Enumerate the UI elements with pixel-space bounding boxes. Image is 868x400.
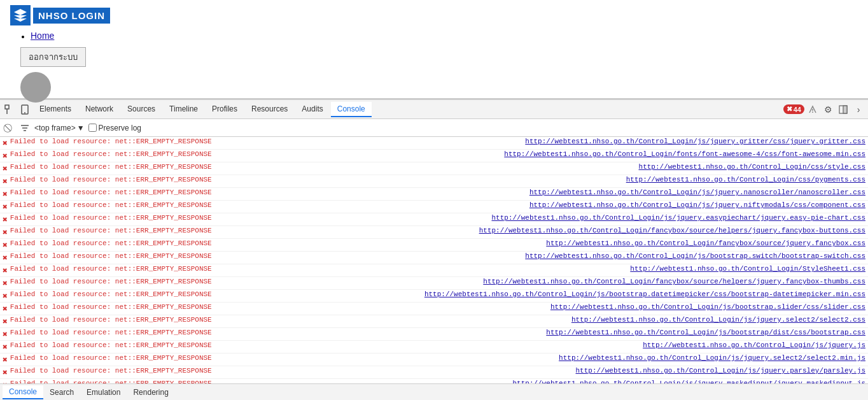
console-message: Failed to load resource: net::ERR_EMPTY_… xyxy=(10,201,524,209)
console-row: ✖Failed to load resource: net::ERR_EMPTY… xyxy=(0,290,868,303)
console-filter-bar: ⃠ <top frame> ▼ Preserve log xyxy=(0,119,868,137)
mobile-icon[interactable] xyxy=(18,103,32,117)
console-url[interactable]: http://webtest1.nhso.go.th/Control_Login… xyxy=(576,367,865,375)
console-url[interactable]: http://webtest1.nhso.go.th/Control_Login… xyxy=(483,278,865,285)
console-message: Failed to load resource: net::ERR_EMPTY_… xyxy=(10,329,541,336)
error-badge: ✖ 44 xyxy=(783,104,804,114)
console-message: Failed to load resource: net::ERR_EMPTY_… xyxy=(10,138,520,145)
console-url[interactable]: http://webtest1.nhso.go.th/Control_Login… xyxy=(643,341,865,349)
console-row: ✖Failed to load resource: net::ERR_EMPTY… xyxy=(0,175,868,188)
console-url[interactable]: http://webtest1.nhso.go.th/Control_Login… xyxy=(492,214,866,222)
bottom-tab-rendering[interactable]: Rendering xyxy=(127,386,174,399)
console-message: Failed to load resource: net::ERR_EMPTY_… xyxy=(10,189,524,196)
console-message: Failed to load resource: net::ERR_EMPTY_… xyxy=(10,341,638,349)
filter-icon[interactable] xyxy=(19,122,31,134)
error-icon: ✖ xyxy=(3,291,8,301)
error-icon: ✖ xyxy=(3,355,8,365)
error-icon: ✖ xyxy=(3,189,8,199)
preserve-log-checkbox[interactable] xyxy=(88,124,97,132)
console-message: Failed to load resource: net::ERR_EMPTY_… xyxy=(10,367,571,375)
error-icon: ✖ xyxy=(3,368,8,378)
svg-point-3 xyxy=(24,112,25,113)
console-url[interactable]: http://webtest1.nhso.go.th/Control_Login… xyxy=(525,138,865,145)
logo-bar: NHSO LOGIN xyxy=(10,5,858,25)
frame-dropdown-arrow[interactable]: ▼ xyxy=(77,124,85,132)
bottom-tab-console[interactable]: Console xyxy=(3,385,43,399)
console-url[interactable]: http://webtest1.nhso.go.th/Control_Login… xyxy=(529,189,865,196)
console-row: ✖Failed to load resource: net::ERR_EMPTY… xyxy=(0,341,868,354)
console-message: Failed to load resource: net::ERR_EMPTY_… xyxy=(10,354,554,362)
console-row: ✖Failed to load resource: net::ERR_EMPTY… xyxy=(0,162,868,175)
console-url[interactable]: http://webtest1.nhso.go.th/Control_Login… xyxy=(639,163,865,171)
logo-icon xyxy=(10,5,31,25)
console-url[interactable]: http://webtest1.nhso.go.th/Control_Login… xyxy=(630,265,865,273)
svg-rect-0 xyxy=(5,105,9,109)
bottom-tab-emulation[interactable]: Emulation xyxy=(80,386,127,399)
error-icon: ✖ xyxy=(3,304,8,314)
inspect-icon[interactable] xyxy=(3,103,17,117)
avatar xyxy=(20,72,51,103)
tab-sources[interactable]: Sources xyxy=(121,102,162,117)
logo-text: NHSO LOGIN xyxy=(33,8,110,24)
preserve-log-container[interactable]: Preserve log xyxy=(88,124,141,132)
console-url[interactable]: http://webtest1.nhso.go.th/Control_Login… xyxy=(559,354,865,362)
console-row: ✖Failed to load resource: net::ERR_EMPTY… xyxy=(0,188,868,201)
console-url[interactable]: http://webtest1.nhso.go.th/Control_Login… xyxy=(626,176,865,183)
svg-rect-7 xyxy=(843,106,847,113)
console-url[interactable]: http://webtest1.nhso.go.th/Control_Login… xyxy=(546,239,865,247)
logout-button[interactable]: ออกจากระบบ xyxy=(20,47,86,67)
error-icon: ✖ xyxy=(3,317,8,327)
error-icon: ✖ xyxy=(3,329,8,339)
more-icon[interactable]: › xyxy=(851,103,865,117)
dock-icon[interactable] xyxy=(836,103,850,117)
tab-network[interactable]: Network xyxy=(79,102,120,117)
error-icon: ✖ xyxy=(3,202,8,212)
bottom-tab-bar: Console Search Emulation Rendering xyxy=(0,383,868,400)
console-message: Failed to load resource: net::ERR_EMPTY_… xyxy=(10,227,474,234)
tab-resources[interactable]: Resources xyxy=(245,102,294,117)
console-url[interactable]: http://webtest1.nhso.go.th/Control_Login… xyxy=(525,252,865,260)
console-message: Failed to load resource: net::ERR_EMPTY_… xyxy=(10,316,566,324)
home-link[interactable]: Home xyxy=(31,31,54,41)
console-row: ✖Failed to load resource: net::ERR_EMPTY… xyxy=(0,264,868,277)
preserve-log-label: Preserve log xyxy=(99,124,141,132)
error-icon: ✖ xyxy=(3,151,8,161)
console-url[interactable]: http://webtest1.nhso.go.th/Control_Login… xyxy=(504,150,865,158)
settings-icon[interactable]: ⚙ xyxy=(821,103,835,117)
bottom-tab-search[interactable]: Search xyxy=(43,386,80,399)
console-output[interactable]: ✖Failed to load resource: net::ERR_EMPTY… xyxy=(0,137,868,383)
console-row: ✖Failed to load resource: net::ERR_EMPTY… xyxy=(0,226,868,239)
tab-audits[interactable]: Audits xyxy=(295,102,329,117)
tab-elements[interactable]: Elements xyxy=(33,102,78,117)
console-row: ✖Failed to load resource: net::ERR_EMPTY… xyxy=(0,213,868,226)
console-message: Failed to load resource: net::ERR_EMPTY_… xyxy=(10,176,621,183)
page-area: NHSO LOGIN Home ออกจากระบบ xyxy=(0,0,868,99)
error-icon: ✖ xyxy=(3,164,8,174)
console-row: ✖Failed to load resource: net::ERR_EMPTY… xyxy=(0,379,868,383)
console-url[interactable]: http://webtest1.nhso.go.th/Control_Login… xyxy=(550,303,865,311)
console-url[interactable]: http://webtest1.nhso.go.th/Control_Login… xyxy=(424,290,865,298)
console-message: Failed to load resource: net::ERR_EMPTY_… xyxy=(10,265,626,273)
console-url[interactable]: http://webtest1.nhso.go.th/Control_Login… xyxy=(529,201,865,209)
console-row: ✖Failed to load resource: net::ERR_EMPTY… xyxy=(0,137,868,150)
console-row: ✖Failed to load resource: net::ERR_EMPTY… xyxy=(0,328,868,341)
tab-profiles[interactable]: Profiles xyxy=(206,102,244,117)
nav-list: Home xyxy=(31,31,858,41)
warning-filter-icon[interactable] xyxy=(806,103,820,117)
console-message: Failed to load resource: net::ERR_EMPTY_… xyxy=(10,278,478,285)
console-message: Failed to load resource: net::ERR_EMPTY_… xyxy=(10,163,634,171)
tab-timeline[interactable]: Timeline xyxy=(163,102,204,117)
console-url[interactable]: http://webtest1.nhso.go.th/Control_Login… xyxy=(546,329,865,336)
error-icon: ✖ xyxy=(3,227,8,238)
console-row: ✖Failed to load resource: net::ERR_EMPTY… xyxy=(0,239,868,252)
console-row: ✖Failed to load resource: net::ERR_EMPTY… xyxy=(0,354,868,366)
error-icon: ✖ xyxy=(3,215,8,225)
tab-console[interactable]: Console xyxy=(331,102,372,117)
frame-selector[interactable]: <top frame> ▼ xyxy=(34,124,85,132)
svg-point-5 xyxy=(812,111,813,113)
console-url[interactable]: http://webtest1.nhso.go.th/Control_Login… xyxy=(571,316,865,324)
console-message: Failed to load resource: net::ERR_EMPTY_… xyxy=(10,150,499,158)
clear-console-icon[interactable]: ⃠ xyxy=(4,122,15,134)
console-url[interactable]: http://webtest1.nhso.go.th/Control_Login… xyxy=(479,227,865,234)
console-message: Failed to load resource: net::ERR_EMPTY_… xyxy=(10,290,419,298)
